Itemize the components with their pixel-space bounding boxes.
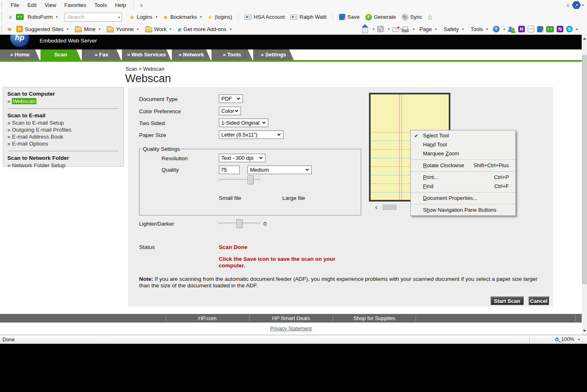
favorites-folder-mine[interactable]: Mine ▾	[73, 25, 102, 33]
tools-menu-button[interactable]: Tools ▾	[468, 25, 490, 33]
quality-slider-track[interactable]	[219, 179, 261, 181]
footer-link-hp-smart-deals[interactable]: HP Smart Deals	[250, 314, 333, 323]
logins-button[interactable]: ★ Logins ▾	[128, 13, 160, 21]
menu-item-find[interactable]: Find Ctrl+F	[411, 182, 515, 191]
sidebar-item-outgoing-email-profiles[interactable]: » Outgoing E-mail Profiles	[7, 127, 119, 133]
app-title: Embedded Web Server	[40, 38, 97, 44]
favorites-folder-work[interactable]: Work ▾	[143, 25, 173, 33]
footer-link-shop-for-supplies[interactable]: Shop for Supplies	[333, 314, 416, 323]
cancel-button[interactable]: Cancel	[529, 296, 549, 305]
quality-input[interactable]	[219, 166, 240, 174]
chevron-down-icon: ▾	[137, 27, 139, 31]
close-roboform-icon[interactable]: x	[7, 14, 14, 20]
chevron-down-icon[interactable]: ▾	[504, 27, 505, 31]
menu-file[interactable]: File	[7, 1, 23, 9]
menu-view[interactable]: View	[40, 1, 60, 9]
footer-link-hp-com[interactable]: HP.com	[166, 314, 249, 323]
start-scan-button[interactable]: Start Scan	[490, 296, 524, 305]
sidebar-item-email-address-book[interactable]: » E-mail Address Book	[7, 134, 119, 140]
sidebar-item-email-options[interactable]: » E-mail Options	[7, 141, 119, 147]
messenger-contacts-icon[interactable]	[508, 27, 515, 32]
print-icon[interactable]	[402, 29, 409, 32]
sidebar-item-webscan[interactable]: » Webscan	[7, 98, 119, 104]
menu-item-document-properties[interactable]: Document Properties...	[411, 194, 515, 203]
preview-scroll-left-icon[interactable]: ‹	[375, 204, 377, 211]
document-type-select[interactable]: PDF	[219, 94, 243, 103]
skype-icon[interactable]: S	[566, 26, 573, 32]
tab-home[interactable]: » Home	[0, 49, 40, 60]
quality-level-select[interactable]: Medium	[247, 166, 312, 174]
read-mail-icon[interactable]	[392, 27, 399, 32]
close-icon[interactable]: x	[564, 2, 572, 8]
sync-button[interactable]: ↻ Sync	[400, 13, 424, 21]
ralph-walti-passcard[interactable]: Ralph Walti	[288, 13, 328, 21]
search-input[interactable]	[65, 13, 122, 22]
menu-item-rotate-clockwise[interactable]: Rotate Clockwise Shift+Ctrl+Plus	[411, 161, 515, 170]
addon-dots-icon[interactable]: ⋯	[528, 26, 534, 32]
scroll-up-icon[interactable]	[583, 38, 586, 40]
tab-fax[interactable]: » Fax	[82, 49, 121, 60]
rss-feed-icon[interactable]	[377, 26, 384, 32]
roboform-menu-button[interactable]: RoboForm ▾	[25, 13, 59, 21]
chevron-down-icon[interactable]: ▾	[413, 27, 414, 31]
scroll-down-icon[interactable]	[583, 330, 586, 332]
tab-web-services[interactable]: » Web Services	[122, 49, 171, 60]
tab-settings[interactable]: » Settings	[253, 49, 294, 60]
chevron-down-icon[interactable]: ▾	[118, 16, 120, 19]
menu-favorites[interactable]: Favorites	[60, 1, 90, 9]
paper-size-select[interactable]: Letter (8.5x11")	[219, 130, 283, 139]
suggested-sites-button[interactable]: b Suggested Sites ▾	[14, 25, 71, 33]
tab-scan[interactable]: Scan	[40, 49, 81, 60]
favorites-folder-yvonne[interactable]: Yvonne ▾	[105, 25, 140, 33]
addon-share-icon[interactable]: ↗	[572, 1, 581, 9]
chevron-down-icon[interactable]: ▾	[388, 27, 389, 31]
chevron-down-icon[interactable]: ▾	[582, 3, 584, 7]
chevron-down-icon	[237, 96, 240, 100]
color-preference-select[interactable]: Color	[219, 107, 241, 115]
tab-network[interactable]: » Network	[172, 49, 211, 60]
safety-menu-button[interactable]: Safety ▾	[442, 25, 466, 33]
get-addons-button[interactable]: e Get more Add-ons ▾	[176, 25, 234, 34]
vertical-scrollbar[interactable]	[582, 35, 587, 335]
hsa-account-passcard[interactable]: HSA Account	[243, 13, 287, 21]
menu-bar: File Edit View Favorites Tools Help x x …	[0, 0, 587, 10]
label-mnemonic: h	[427, 207, 430, 213]
lighter-darker-slider-thumb[interactable]	[236, 219, 243, 228]
roboform-home-button[interactable]: ⌂	[426, 13, 434, 21]
page-menu-button[interactable]: Page ▾	[417, 25, 439, 33]
home-button-icon[interactable]	[361, 27, 369, 33]
preview-scrollbar-thumb[interactable]	[382, 204, 397, 210]
generate-button[interactable]: Generate	[363, 13, 398, 21]
zoom-control[interactable]: 100% ▾	[555, 336, 580, 342]
browser-status-bar: Done 100% ▾	[0, 335, 587, 344]
chevron-down-icon[interactable]: ▾	[373, 27, 374, 31]
yvonne-label: Yvonne	[116, 26, 133, 32]
add-favorite-icon[interactable]: ★	[7, 26, 12, 32]
sidebar-item-network-folder-setup[interactable]: » Network Folder Setup	[7, 162, 119, 168]
onenote-linked-icon[interactable]: N	[557, 26, 563, 32]
menu-item-show-navigation-pane-buttons[interactable]: Show Navigation Pane Buttons	[411, 206, 515, 215]
logins-paren-button[interactable]: ★ (logins)	[205, 13, 234, 21]
menu-help[interactable]: Help	[111, 1, 130, 9]
menu-edit[interactable]: Edit	[23, 1, 40, 9]
tab-tools[interactable]: » Tools	[211, 49, 252, 60]
sidebar-item-scan-to-email-setup[interactable]: » Scan to E-mail Setup	[7, 120, 119, 126]
menu-tools[interactable]: Tools	[90, 1, 111, 9]
menu-item-select-tool[interactable]: ✔ Select Tool	[411, 131, 515, 140]
resolution-select[interactable]: Text - 300 dpi	[219, 154, 265, 162]
roboform-save-icon[interactable]	[537, 26, 543, 32]
menu-item-hand-tool[interactable]: Hand Tool	[411, 140, 515, 149]
close-toolbar-icon[interactable]: x	[137, 2, 145, 8]
privacy-statement-link[interactable]: Privacy Statement	[270, 326, 311, 332]
save-button[interactable]: Save	[337, 13, 362, 21]
quality-slider-thumb[interactable]	[247, 175, 254, 184]
help-icon[interactable]: ?	[493, 26, 499, 32]
onenote-icon[interactable]: N	[518, 26, 525, 32]
bookmarks-button[interactable]: ★ Bookmarks ▾	[161, 13, 204, 21]
toolbar-overflow-chevron[interactable]: »	[576, 27, 578, 31]
menu-item-print[interactable]: Print... Ctrl+P	[411, 173, 515, 182]
menu-item-marquee-zoom[interactable]: Marquee Zoom	[411, 149, 515, 158]
roboform-icon[interactable]: • •	[546, 26, 554, 32]
scrollbar-thumb[interactable]	[582, 55, 587, 284]
two-sided-select[interactable]: 1-Sided Original	[219, 119, 268, 127]
